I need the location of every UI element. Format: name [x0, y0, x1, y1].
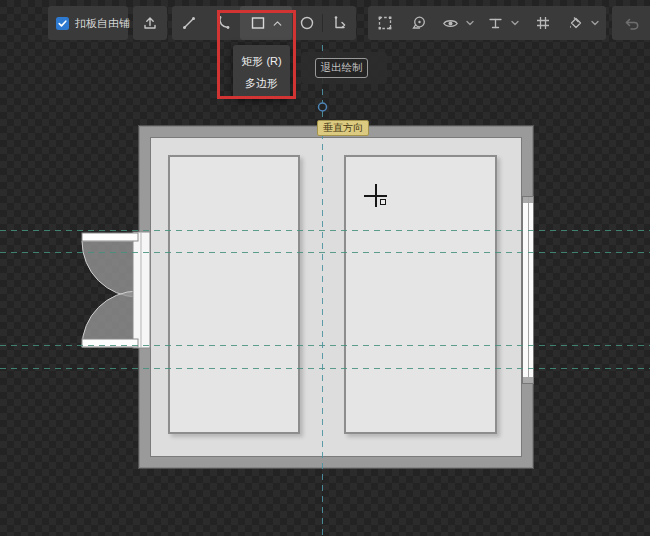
paint-bucket-icon — [566, 14, 585, 33]
arc-tool-button[interactable] — [206, 6, 240, 40]
free-lay-toggle[interactable]: 扣板自由铺 — [48, 6, 128, 40]
chevron-up-icon — [271, 17, 284, 30]
menu-item-polygon[interactable]: 多边形 — [233, 72, 290, 94]
level-align-button[interactable] — [480, 6, 526, 40]
export-button[interactable] — [133, 6, 167, 40]
door-leaf-bottom — [82, 339, 138, 347]
grid-hash-icon — [534, 14, 552, 32]
line-tool-icon — [180, 14, 198, 32]
export-group — [133, 6, 167, 40]
free-lay-label: 扣板自由铺 — [75, 16, 130, 31]
door-leaf-top — [82, 233, 138, 241]
arc-tool-icon — [214, 14, 232, 32]
paint-bucket-button[interactable] — [560, 6, 606, 40]
marquee-select-button[interactable] — [368, 6, 402, 40]
checkbox-checked-icon[interactable] — [56, 17, 69, 30]
tape-measure-icon — [410, 14, 428, 32]
circle-tool-icon — [298, 14, 316, 32]
line-tool-button[interactable] — [172, 6, 206, 40]
ceiling-panel-left[interactable] — [168, 155, 300, 434]
eye-icon — [441, 14, 460, 33]
export-icon — [141, 14, 159, 32]
canvas-stage[interactable]: 垂直方向 扣板自由铺 — [0, 0, 650, 536]
chevron-down-icon — [589, 17, 601, 29]
angle-tool-button[interactable] — [323, 6, 356, 40]
chevron-down-icon — [464, 17, 476, 29]
vertical-guide-node[interactable] — [319, 103, 327, 111]
exit-draw-button[interactable]: 退出绘制 — [315, 58, 368, 78]
rectangle-tool-dropdown: 矩形 (R) 多边形 — [233, 45, 290, 99]
window-glass-line — [528, 197, 529, 383]
undo-button[interactable] — [612, 6, 650, 40]
undo-icon — [622, 14, 641, 33]
history-group — [612, 6, 650, 40]
draw-tools-group — [172, 6, 356, 40]
chevron-down-icon — [509, 17, 521, 29]
window-cap-bottom — [523, 377, 533, 383]
tape-measure-button[interactable] — [402, 6, 436, 40]
marquee-select-icon — [376, 14, 394, 32]
rectangle-tool-icon — [249, 14, 267, 32]
grid-toggle-button[interactable] — [526, 6, 560, 40]
vertical-direction-tooltip: 垂直方向 — [317, 120, 369, 136]
rectangle-tool-button[interactable] — [240, 6, 292, 40]
double-door-symbol[interactable] — [78, 228, 152, 352]
circle-tool-button[interactable] — [292, 6, 322, 40]
crosshair-cursor — [364, 184, 389, 209]
window-symbol[interactable] — [522, 196, 534, 384]
door-swing-top — [82, 241, 138, 297]
menu-item-rectangle[interactable]: 矩形 (R) — [233, 50, 290, 72]
view-tools-group — [368, 6, 606, 40]
align-distribute-icon — [486, 14, 505, 33]
visibility-button[interactable] — [436, 6, 480, 40]
angle-tool-icon — [331, 14, 349, 32]
